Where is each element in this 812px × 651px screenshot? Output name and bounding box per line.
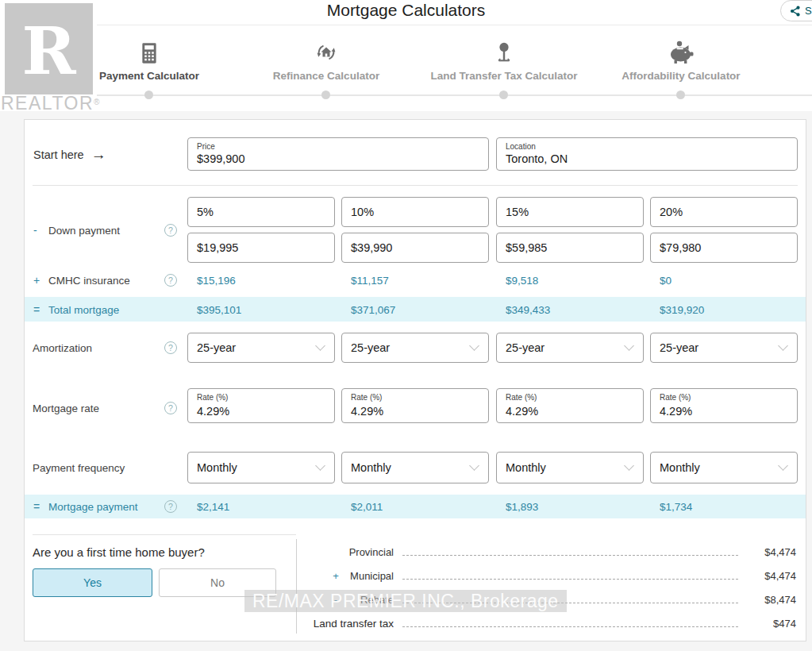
- select-value: 25-year: [506, 341, 545, 354]
- help-icon[interactable]: ?: [164, 274, 177, 287]
- location-field-value: Toronto, ON: [506, 152, 568, 165]
- chevron-down-icon: [315, 341, 325, 351]
- chevron-down-icon: [624, 460, 634, 471]
- help-glyph: ?: [168, 343, 173, 352]
- equals-sign: =: [33, 303, 40, 316]
- minus-sign: -: [33, 224, 37, 237]
- rate-field-value: 4.29%: [660, 405, 692, 418]
- mortgage-payment-label: Mortgage payment: [48, 501, 138, 513]
- payment-frequency-select-1[interactable]: Monthly: [187, 452, 335, 483]
- help-icon[interactable]: ?: [164, 402, 177, 414]
- input-value: 5%: [197, 206, 214, 218]
- rate-field-label: Rate (%): [351, 393, 382, 402]
- price-field-value: $399,900: [197, 152, 244, 165]
- signpost-icon: [492, 37, 516, 65]
- tax-label: Provincial: [287, 546, 394, 558]
- refinance-icon: [314, 37, 339, 65]
- help-icon[interactable]: ?: [164, 224, 177, 237]
- mortgage-rate-input-3[interactable]: Rate (%)4.29%: [496, 388, 644, 423]
- tabs-progress-line: [0, 94, 812, 96]
- total-mortgage-value: $349,433: [506, 303, 550, 315]
- input-value: $79,980: [660, 241, 701, 254]
- tax-total-label: Land transfer tax: [287, 618, 394, 630]
- page-title: Mortgage Calculators: [0, 1, 812, 20]
- tab-progress-dot: [499, 91, 508, 99]
- price-field-label: Price: [197, 142, 215, 151]
- realtor-logo-text: REALTOR®: [1, 93, 101, 114]
- cmhc-value: $9,518: [506, 275, 538, 287]
- select-value: Monthly: [351, 461, 391, 474]
- amortization-select-2[interactable]: 25-year: [341, 333, 489, 363]
- mortgage-payment-value: $1,893: [506, 501, 538, 513]
- payment-frequency-select-3[interactable]: Monthly: [496, 452, 644, 483]
- total-mortgage-value: $319,920: [660, 303, 704, 315]
- mortgage-rate-input-2[interactable]: Rate (%)4.29%: [341, 388, 489, 423]
- rate-field-value: 4.29%: [506, 405, 538, 418]
- input-value: 20%: [660, 206, 683, 218]
- mortgage-payment-value: $2,141: [197, 501, 229, 513]
- plus-sign: +: [330, 570, 341, 582]
- tab-progress-dot: [676, 91, 685, 99]
- tab-label: Affordability Calculator: [622, 70, 740, 82]
- mortgage-rate-label: Mortgage rate: [33, 403, 99, 414]
- help-glyph: ?: [168, 225, 173, 235]
- tax-value: $4,474: [749, 570, 796, 582]
- payment-frequency-select-2[interactable]: Monthly: [341, 452, 489, 483]
- help-glyph: ?: [168, 502, 173, 511]
- rate-field-label: Rate (%): [197, 393, 228, 402]
- tab-progress-dot: [144, 91, 153, 99]
- help-glyph: ?: [168, 403, 173, 413]
- share-button[interactable]: Share: [780, 0, 812, 21]
- select-value: 25-year: [351, 341, 390, 354]
- select-value: 25-year: [197, 341, 236, 354]
- location-field[interactable]: Location Toronto, ON: [496, 137, 798, 171]
- plus-sign: +: [33, 274, 40, 287]
- tab-progress-dot: [321, 91, 330, 99]
- tax-value: $8,474: [749, 594, 796, 606]
- mortgage-rate-input-1[interactable]: Rate (%)4.29%: [187, 388, 335, 423]
- rate-field-label: Rate (%): [660, 393, 691, 402]
- cmhc-insurance-label: CMHC insurance: [48, 275, 130, 287]
- tax-value: $4,474: [749, 546, 796, 558]
- cmhc-value: $11,157: [351, 275, 389, 287]
- select-value: 25-year: [660, 341, 698, 354]
- tab-label: Payment Calculator: [99, 70, 199, 82]
- share-label: Share: [805, 5, 812, 17]
- yes-button[interactable]: Yes: [33, 568, 152, 597]
- amortization-select-4[interactable]: 25-year: [650, 333, 798, 363]
- tab-land-transfer-tax-calculator[interactable]: Land Transfer Tax Calculator: [409, 37, 599, 82]
- select-value: Monthly: [660, 461, 700, 474]
- tax-row-land-transfer-tax: Land transfer tax $474: [287, 615, 796, 631]
- input-value: $39,990: [351, 241, 392, 254]
- chevron-down-icon: [469, 460, 479, 471]
- mortgage-rate-input-4[interactable]: Rate (%)4.29%: [650, 388, 798, 423]
- help-icon[interactable]: ?: [164, 500, 177, 513]
- total-mortgage-label: Total mortgage: [48, 303, 119, 315]
- amortization-select-3[interactable]: 25-year: [496, 333, 644, 363]
- registered-mark: ®: [94, 98, 101, 106]
- help-icon[interactable]: ?: [164, 341, 177, 354]
- input-value: 15%: [506, 206, 529, 218]
- cmhc-insurance-row: + CMHC insurance ? $15,196 $11,157 $9,51…: [25, 269, 806, 291]
- tax-row-provincial: Provincial $4,474: [287, 544, 796, 560]
- realtor-logo: R REALTOR®: [0, 0, 97, 111]
- amortization-select-1[interactable]: 25-year: [187, 333, 335, 363]
- realtor-logo-mark: R: [5, 3, 93, 94]
- rate-field-label: Rate (%): [506, 393, 537, 402]
- chevron-down-icon: [778, 460, 788, 471]
- input-value: $19,995: [197, 241, 238, 254]
- help-glyph: ?: [168, 275, 173, 285]
- chevron-down-icon: [315, 460, 325, 471]
- dotted-leader: [402, 579, 738, 580]
- start-here-label: Start here →: [33, 146, 106, 164]
- section-divider: [33, 185, 798, 186]
- select-value: Monthly: [506, 461, 546, 474]
- price-field[interactable]: Price $399,900: [187, 137, 489, 171]
- equals-sign: =: [33, 500, 40, 513]
- tab-affordability-calculator[interactable]: Affordability Calculator: [586, 37, 776, 82]
- payment-frequency-select-4[interactable]: Monthly: [650, 452, 798, 483]
- tab-refinance-calculator[interactable]: Refinance Calculator: [231, 37, 421, 82]
- brokerage-watermark: RE/MAX PREMIER INC., Brokerage: [244, 590, 567, 612]
- chevron-down-icon: [624, 341, 634, 351]
- total-mortgage-value: $371,067: [351, 303, 395, 315]
